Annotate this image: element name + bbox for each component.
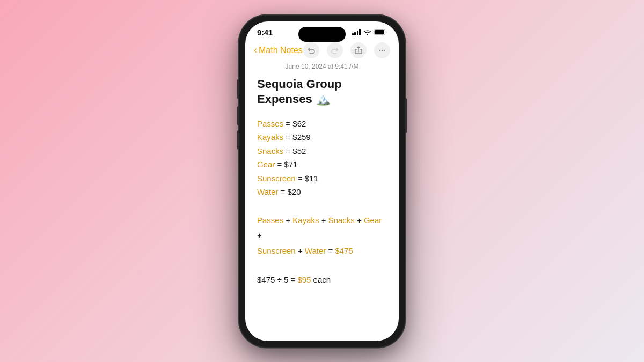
back-label: Math Notes — [259, 46, 303, 55]
battery-icon — [374, 29, 387, 35]
nav-actions — [303, 42, 390, 58]
signal-icon — [352, 29, 361, 35]
undo-button[interactable] — [303, 42, 319, 58]
expenses-section: Passes = $62 Kayaks = $259 Snacks = $52 … — [257, 117, 387, 199]
sunscreen-var: Sunscreen — [257, 174, 296, 183]
kayaks-line: Kayaks = $259 — [257, 130, 387, 144]
divider-2 — [257, 267, 387, 272]
snacks-line: Snacks = $52 — [257, 144, 387, 158]
svg-point-3 — [382, 49, 383, 50]
gear-line: Gear = $71 — [257, 158, 387, 172]
sum-formula-line: Passes + Kayaks + Snacks + Gear + Sunscr… — [257, 213, 387, 259]
kayaks-var: Kayaks — [257, 132, 283, 142]
wifi-icon — [363, 29, 371, 35]
svg-point-2 — [379, 49, 380, 50]
passes-line: Passes = $62 — [257, 117, 387, 131]
phone-screen: 9:41 — [245, 21, 399, 341]
note-date: June 10, 2024 at 9:41 AM — [257, 63, 387, 70]
share-button[interactable] — [350, 42, 367, 58]
dynamic-island — [298, 27, 346, 42]
svg-point-4 — [384, 49, 385, 50]
division-result: $95 — [297, 275, 311, 284]
note-title: Sequoia Group Expenses 🏔️ — [257, 77, 387, 107]
phone-device: 9:41 — [239, 15, 405, 348]
status-icons — [352, 29, 387, 35]
sum-formula-block: Passes + Kayaks + Snacks + Gear + Sunscr… — [257, 213, 387, 259]
back-chevron-icon: ‹ — [254, 45, 257, 56]
sunscreen-line: Sunscreen = $11 — [257, 172, 387, 186]
svg-rect-1 — [375, 30, 384, 35]
water-var: Water — [257, 187, 278, 196]
status-bar: 9:41 — [245, 21, 399, 40]
divider-1 — [257, 208, 387, 213]
note-content[interactable]: June 10, 2024 at 9:41 AM Sequoia Group E… — [245, 63, 399, 341]
back-button[interactable]: ‹ Math Notes — [254, 45, 303, 56]
water-line: Water = $20 — [257, 185, 387, 199]
snacks-var: Snacks — [257, 146, 283, 156]
redo-button[interactable] — [327, 42, 343, 58]
passes-var: Passes — [257, 119, 283, 128]
gear-var: Gear — [257, 160, 275, 169]
more-button[interactable] — [374, 42, 390, 58]
division-line: $475 ÷ 5 = $95 each — [257, 272, 387, 288]
nav-bar: ‹ Math Notes — [245, 40, 399, 63]
status-time: 9:41 — [257, 28, 273, 37]
